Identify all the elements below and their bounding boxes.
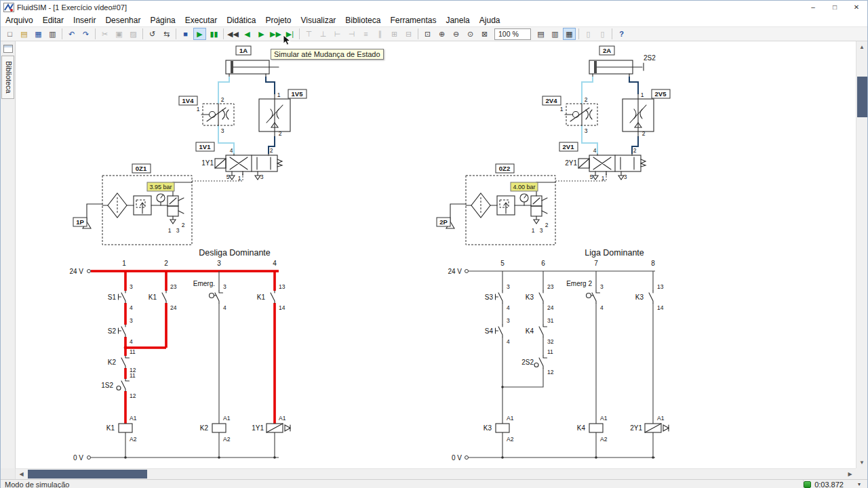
zoom-out-button[interactable]: ⊖ — [450, 28, 462, 40]
contact-k3-col8[interactable]: K3 13 14 — [635, 283, 664, 311]
coil-k3[interactable]: K3 A1 A2 — [484, 415, 514, 443]
show-path-button[interactable]: ▦ — [563, 28, 576, 40]
pin-label: A1 — [223, 415, 231, 422]
step-back-button[interactable]: ◀ — [241, 28, 254, 40]
contact-k1-col4[interactable]: K1 13 14 — [257, 283, 285, 311]
switch-s4[interactable]: S4 3 4 — [485, 317, 510, 345]
menu-ferramentas[interactable]: Ferramentas — [385, 14, 441, 26]
pin-label: A1 — [279, 415, 286, 422]
show-flow-button[interactable]: ▤ — [534, 28, 547, 40]
menu-biblioteca[interactable]: Biblioteca — [340, 14, 385, 26]
zoom-window-button[interactable]: ⊡ — [421, 28, 434, 40]
menu-executar[interactable]: Executar — [180, 14, 222, 26]
play-button[interactable]: ▶ — [193, 28, 206, 40]
pin-label: 4 — [507, 338, 510, 345]
maximize-icon[interactable]: □ — [824, 1, 846, 14]
port-label: 2 — [642, 130, 646, 137]
open-button[interactable]: ▤ — [18, 28, 31, 40]
contact-label: K1 — [149, 293, 157, 301]
pin-label: 4 — [130, 304, 133, 311]
toolbar-separator — [62, 28, 62, 39]
menu-editar[interactable]: Editar — [38, 14, 68, 26]
frame-button[interactable]: ⊟ — [402, 28, 415, 40]
page-prev-button[interactable]: ▯ — [582, 28, 595, 40]
coil-k2[interactable]: K2 A1 A2 — [200, 415, 231, 443]
zoom-level-input[interactable]: 100 % — [494, 28, 531, 40]
contact-k2[interactable]: K2 11 12 — [108, 348, 136, 373]
rotate-button[interactable]: ↺ — [146, 28, 159, 40]
align-center-h-button[interactable]: ≡ — [359, 28, 372, 40]
scroll-up-icon[interactable]: ▲ — [856, 41, 867, 53]
mirror-button[interactable]: ⇆ — [160, 28, 173, 40]
align-left-button[interactable]: ⊢ — [331, 28, 344, 40]
redo-button[interactable]: ↷ — [79, 28, 92, 40]
tab-biblioteca[interactable]: Biblioteca — [1, 56, 14, 99]
column-number: 8 — [651, 260, 655, 267]
close-icon[interactable]: ✕ — [846, 1, 867, 14]
scroll-right-icon[interactable]: ▶ — [844, 469, 856, 479]
play-until-button[interactable]: ▶ — [255, 28, 268, 40]
pin-label: 24 — [170, 304, 177, 311]
coil-k1[interactable]: K1 A1 A2 — [106, 415, 137, 443]
emergency-switch-2[interactable]: Emerg 2 3 4 — [566, 280, 604, 311]
switch-2s2[interactable]: 2S2 11 12 — [521, 348, 554, 375]
undo-button[interactable]: ↶ — [65, 28, 78, 40]
solenoid-2y1[interactable]: 2Y1 A1 — [630, 415, 669, 432]
zoom-in-button[interactable]: ⊕ — [435, 28, 448, 40]
menu-projeto[interactable]: Projeto — [261, 14, 296, 26]
step-forward-button[interactable]: ▶▶ — [269, 28, 282, 40]
align-bottom-button[interactable]: ⊥ — [317, 28, 330, 40]
grid-button[interactable]: ⊞ — [388, 28, 401, 40]
rail-label-24v: 24 V — [448, 268, 462, 275]
scroll-left-icon[interactable]: ◀ — [16, 469, 27, 479]
pause-button[interactable]: ▮▮ — [208, 28, 220, 40]
horizontal-scrollbar[interactable]: ◀ ▶ — [16, 468, 856, 479]
menu-janela[interactable]: Janela — [441, 14, 474, 26]
contact-k4[interactable]: K4 31 32 — [526, 317, 554, 345]
copy-button[interactable]: ▣ — [113, 28, 125, 40]
switch-s1[interactable]: S1 3 4 — [108, 283, 133, 311]
align-right-button[interactable]: ⊣ — [345, 28, 358, 40]
paste-button[interactable]: ▨ — [127, 28, 140, 40]
pin-label: 3 — [600, 283, 604, 290]
new-button[interactable]: □ — [3, 28, 16, 40]
toolbar-separator — [578, 28, 579, 39]
chevron-down-icon[interactable]: ▾ — [858, 481, 861, 487]
menu-didatica[interactable]: Didática — [222, 14, 260, 26]
stop-button[interactable]: ■ — [179, 28, 192, 40]
print-button[interactable]: ▥ — [46, 28, 59, 40]
step-start-button[interactable]: ◀◀ — [226, 28, 239, 40]
solenoid-1y1[interactable]: 1Y1 A1 — [252, 415, 290, 432]
align-center-v-button[interactable]: ∥ — [374, 28, 387, 40]
coil-k4[interactable]: K4 A1 A2 — [577, 415, 608, 443]
zoom-fit-button[interactable]: ⊠ — [478, 28, 491, 40]
minimize-icon[interactable]: – — [802, 1, 824, 14]
menu-arquivo[interactable]: Arquivo — [1, 14, 38, 26]
switch-s2[interactable]: S2 3 4 — [108, 317, 133, 345]
switch-s3[interactable]: S3 3 4 — [485, 283, 510, 311]
library-window-icon[interactable] — [3, 45, 13, 53]
horizontal-scroll-thumb[interactable] — [28, 470, 147, 479]
menu-inserir[interactable]: Inserir — [68, 14, 100, 26]
menu-visualizar[interactable]: Visualizar — [296, 14, 341, 26]
align-top-button[interactable]: ⊤ — [302, 28, 315, 40]
page-next-button[interactable]: ▯ — [596, 28, 609, 40]
help-button[interactable]: ? — [615, 28, 628, 40]
pneumatic-circuit-2[interactable]: 2A 2S2 2V4 2V5 2V1 0Z2 2P 4.00 bar 2Y1 4… — [437, 46, 670, 245]
menu-ajuda[interactable]: Ajuda — [475, 14, 505, 26]
emergency-switch[interactable]: Emerg. 3 4 — [193, 280, 226, 311]
contact-k3-col6[interactable]: K3 23 24 — [526, 283, 554, 311]
vertical-scroll-thumb[interactable] — [857, 77, 867, 117]
cut-button[interactable]: ✂ — [98, 28, 111, 40]
zoom-actual-button[interactable]: ⊙ — [464, 28, 477, 40]
save-button[interactable]: ▦ — [32, 28, 45, 40]
vertical-scrollbar[interactable]: ▲ ▼ — [856, 41, 867, 468]
scroll-down-icon[interactable]: ▼ — [856, 457, 867, 468]
schematic-canvas[interactable]: 1A 1V4 1V5 1V1 0Z1 1P 3.95 bar 1Y1 4 2 5… — [16, 41, 856, 468]
show-values-button[interactable]: ▥ — [549, 28, 561, 40]
menu-pagina[interactable]: Página — [145, 14, 180, 26]
menu-desenhar[interactable]: Desenhar — [100, 14, 145, 26]
pneumatic-circuit-1[interactable]: 1A 1V4 1V5 1V1 0Z1 1P 3.95 bar 1Y1 4 2 5… — [73, 46, 307, 245]
switch-1s2[interactable]: 1S2 11 12 — [101, 372, 136, 399]
contact-k1-col2[interactable]: K1 23 24 — [149, 283, 177, 311]
